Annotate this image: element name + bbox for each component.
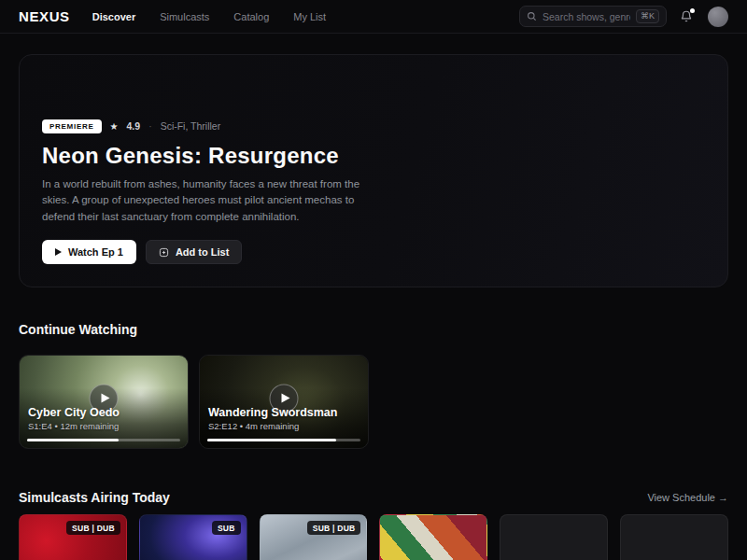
meta-separator: · xyxy=(148,120,152,132)
show-title: Wandering Swordsman xyxy=(208,406,337,419)
add-button-label: Add to List xyxy=(176,246,229,258)
progress-track xyxy=(27,439,180,441)
search-shortcut-badge: ⌘K xyxy=(636,9,659,23)
search-placeholder: Search shows, genres... xyxy=(543,11,630,22)
hero-title: Neon Genesis: Resurgence xyxy=(42,143,705,169)
continue-card-cyber-city-oedo[interactable]: Cyber City Oedo S1:E4 • 12m remaining xyxy=(19,355,189,449)
watch-button-label: Watch Ep 1 xyxy=(68,246,123,258)
add-to-list-button[interactable]: Add to List xyxy=(146,240,242,264)
bookmark-plus-icon xyxy=(159,247,169,258)
sub-dub-badge: SUB xyxy=(212,521,241,535)
rating-value: 4.9 xyxy=(127,120,141,132)
search-input[interactable]: Search shows, genres... ⌘K xyxy=(519,6,667,27)
top-navbar: NEXUS Discover Simulcasts Catalog My Lis… xyxy=(0,0,747,34)
user-avatar[interactable] xyxy=(708,7,728,27)
show-title: Cyber City Oedo xyxy=(28,406,120,419)
hero-meta-row: PREMIERE ★ 4.9 · Sci-Fi, Thriller xyxy=(42,119,705,133)
simulcasts-row: SUB | DUB SUB SUB | DUB xyxy=(19,514,728,560)
simulcast-card[interactable]: SUB xyxy=(139,514,247,560)
progress-track xyxy=(207,439,360,441)
continue-card-wandering-swordsman[interactable]: Wandering Swordsman S2:E12 • 4m remainin… xyxy=(199,355,369,449)
premiere-badge: PREMIERE xyxy=(42,119,102,133)
section-title-simulcasts: Simulcasts Airing Today xyxy=(19,490,170,505)
nav-item-discover[interactable]: Discover xyxy=(92,11,135,22)
featured-hero: PREMIERE ★ 4.9 · Sci-Fi, Thriller Neon G… xyxy=(19,54,728,287)
play-icon xyxy=(281,394,289,403)
genre-tags: Sci-Fi, Thriller xyxy=(161,120,221,132)
simulcast-card[interactable] xyxy=(620,514,728,560)
hero-description: In a world rebuilt from ashes, humanity … xyxy=(42,176,369,226)
play-icon xyxy=(55,248,62,256)
navbar-right: Search shows, genres... ⌘K xyxy=(519,6,728,27)
continue-watching-row: Cyber City Oedo S1:E4 • 12m remaining Wa… xyxy=(19,355,728,449)
nav-item-simulcasts[interactable]: Simulcasts xyxy=(160,11,209,22)
section-title-continue-watching: Continue Watching xyxy=(19,322,137,337)
simulcast-card[interactable] xyxy=(379,514,487,560)
progress-fill xyxy=(27,439,119,441)
nav-item-my-list[interactable]: My List xyxy=(293,11,326,22)
sub-dub-badge: SUB | DUB xyxy=(66,521,120,535)
search-icon xyxy=(527,11,537,21)
notification-dot xyxy=(690,8,695,13)
simulcasts-header: Simulcasts Airing Today View Schedule → xyxy=(19,490,728,505)
continue-watching-header: Continue Watching xyxy=(19,322,728,337)
sub-dub-badge: SUB | DUB xyxy=(307,521,361,535)
main-nav: Discover Simulcasts Catalog My List xyxy=(92,11,326,22)
app-logo: NEXUS xyxy=(19,8,70,24)
progress-fill xyxy=(207,439,336,441)
episode-meta: S1:E4 • 12m remaining xyxy=(28,421,119,431)
simulcast-card[interactable]: SUB | DUB xyxy=(19,514,127,560)
watch-episode-button[interactable]: Watch Ep 1 xyxy=(42,240,136,264)
star-icon: ★ xyxy=(110,121,119,132)
simulcast-card[interactable]: SUB | DUB xyxy=(260,514,368,560)
notifications-button[interactable] xyxy=(680,9,695,24)
simulcast-card[interactable] xyxy=(500,514,608,560)
view-schedule-link[interactable]: View Schedule → xyxy=(647,492,728,503)
hero-content: PREMIERE ★ 4.9 · Sci-Fi, Thriller Neon G… xyxy=(42,119,705,264)
hero-actions: Watch Ep 1 Add to List xyxy=(42,240,705,264)
episode-meta: S2:E12 • 4m remaining xyxy=(208,421,299,431)
play-icon xyxy=(101,394,109,403)
nav-item-catalog[interactable]: Catalog xyxy=(233,11,269,22)
